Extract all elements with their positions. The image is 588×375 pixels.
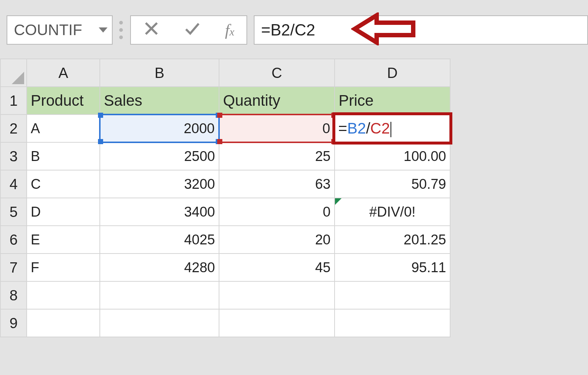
cell-d4[interactable]: 50.79 [335, 170, 450, 198]
cell-c4[interactable]: 63 [219, 170, 335, 198]
cell-b3[interactable]: 2500 [100, 142, 219, 170]
cell-d6[interactable]: 201.25 [335, 226, 450, 254]
col-header-d[interactable]: D [335, 59, 450, 87]
cell-b4[interactable]: 3200 [100, 170, 219, 198]
name-box[interactable]: COUNTIF [7, 15, 113, 45]
worksheet[interactable]: A B C D 1 Product Sales Quantity Price 2… [0, 59, 450, 337]
select-all-corner[interactable] [0, 59, 27, 87]
row-1: 1 Product Sales Quantity Price [0, 87, 450, 115]
row-3: 3 B 2500 25 100.00 [0, 142, 450, 170]
formula-bar-actions: fx [130, 15, 247, 45]
col-header-b[interactable]: B [100, 59, 219, 87]
cell-b1[interactable]: Sales [100, 87, 219, 115]
row-4: 4 C 3200 63 50.79 [0, 170, 450, 198]
cell-d3[interactable]: 100.00 [335, 142, 450, 170]
cell-d9[interactable] [335, 309, 450, 337]
cell-d8[interactable] [335, 281, 450, 309]
cell-c1[interactable]: Quantity [219, 87, 335, 115]
cancel-icon[interactable] [143, 20, 160, 40]
cell-c7[interactable]: 45 [219, 254, 335, 281]
cell-a9[interactable] [27, 309, 100, 337]
cell-d2-editing[interactable]: =B2/C2 [335, 115, 450, 142]
cell-c5[interactable]: 0 [219, 198, 335, 226]
row-header[interactable]: 1 [0, 87, 27, 115]
cell-b9[interactable] [100, 309, 219, 337]
grid[interactable]: A B C D 1 Product Sales Quantity Price 2… [0, 59, 451, 337]
confirm-icon[interactable] [184, 20, 201, 40]
formula-sep: / [366, 120, 370, 137]
formula-ref-b2: B2 [347, 120, 366, 137]
row-6: 6 E 4025 20 201.25 [0, 226, 450, 254]
row-5: 5 D 3400 0 #DIV/0! [0, 198, 450, 226]
name-box-value: COUNTIF [14, 21, 82, 39]
cell-a8[interactable] [27, 281, 100, 309]
cell-value: 0 [323, 121, 330, 136]
formula-input-value: =B2/C2 [261, 21, 315, 39]
row-header[interactable]: 4 [0, 170, 27, 198]
row-header[interactable]: 8 [0, 281, 27, 309]
formula-bar: COUNTIF fx =B2/C2 [7, 15, 588, 45]
formula-ref-c2: C2 [370, 120, 390, 137]
row-header[interactable]: 3 [0, 142, 27, 170]
formula-bar-drag-handle[interactable] [119, 15, 124, 45]
cell-d5-error[interactable]: #DIV/0! [335, 198, 450, 226]
col-header-a[interactable]: A [27, 59, 100, 87]
cell-c9[interactable] [219, 309, 335, 337]
cell-d7[interactable]: 95.11 [335, 254, 450, 281]
row-7: 7 F 4280 45 95.11 [0, 254, 450, 281]
cell-c8[interactable] [219, 281, 335, 309]
cell-b2[interactable]: 2000 [100, 115, 219, 142]
cell-a7[interactable]: F [27, 254, 100, 281]
insert-function-icon[interactable]: fx [225, 21, 234, 40]
cell-b6[interactable]: 4025 [100, 226, 219, 254]
cell-a3[interactable]: B [27, 142, 100, 170]
cell-b8[interactable] [100, 281, 219, 309]
row-header[interactable]: 2 [0, 115, 27, 142]
cell-c6[interactable]: 20 [219, 226, 335, 254]
text-cursor [391, 122, 391, 137]
cell-a6[interactable]: E [27, 226, 100, 254]
cell-a5[interactable]: D [27, 198, 100, 226]
row-9: 9 [0, 309, 450, 337]
row-header[interactable]: 9 [0, 309, 27, 337]
cell-c2[interactable]: 0 [219, 115, 335, 142]
row-header[interactable]: 5 [0, 198, 27, 226]
col-header-c[interactable]: C [219, 59, 335, 87]
cell-a4[interactable]: C [27, 170, 100, 198]
cell-a2[interactable]: A [27, 115, 100, 142]
chevron-down-icon[interactable] [99, 27, 108, 33]
cell-value: 2000 [184, 121, 215, 136]
row-header[interactable]: 7 [0, 254, 27, 281]
row-8: 8 [0, 281, 450, 309]
cell-a1[interactable]: Product [27, 87, 100, 115]
cell-b7[interactable]: 4280 [100, 254, 219, 281]
row-header[interactable]: 6 [0, 226, 27, 254]
cell-b5[interactable]: 3400 [100, 198, 219, 226]
formula-input[interactable]: =B2/C2 [254, 15, 588, 45]
formula-prefix: = [338, 120, 347, 137]
row-2: 2 A 2000 0 =B2/C2 [0, 115, 450, 142]
cell-d1[interactable]: Price [335, 87, 450, 115]
cell-c3[interactable]: 25 [219, 142, 335, 170]
column-header-row: A B C D [0, 59, 450, 87]
